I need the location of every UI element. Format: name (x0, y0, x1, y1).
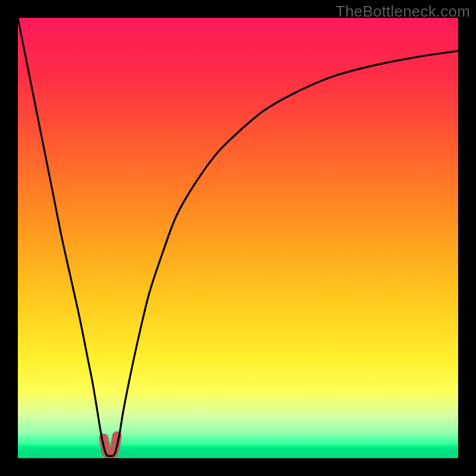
outer-frame: TheBottleneck.com (0, 0, 476, 476)
plot-area (18, 18, 458, 458)
chart-svg (18, 18, 458, 458)
bottleneck-curve (18, 18, 458, 456)
